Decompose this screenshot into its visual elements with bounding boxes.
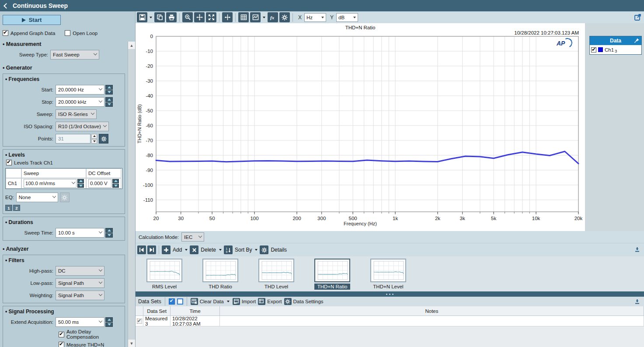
thumbnail-thd-level[interactable]: THD Level — [258, 259, 295, 291]
high-pass-select[interactable]: DC — [56, 266, 104, 276]
sweep-time-stepper[interactable] — [105, 228, 113, 238]
points-stepper[interactable] — [91, 134, 97, 144]
add-result-button[interactable] — [162, 245, 171, 254]
stop-freq-label: Stop: — [5, 99, 53, 105]
stop-freq-input[interactable]: 20.0000 kHz — [56, 97, 104, 107]
start-button[interactable]: Start — [3, 15, 61, 25]
iso-spacing-select[interactable]: R10 (1/3rd Octave) — [56, 122, 109, 131]
delete-result-label[interactable]: Delete — [201, 247, 216, 253]
copy-graph-button[interactable] — [154, 12, 165, 22]
open-loop-checkbox[interactable] — [65, 30, 70, 36]
sweep-time-input[interactable]: 10.00 s — [56, 228, 104, 238]
extend-acquisition-input[interactable]: 50.00 ms — [56, 317, 104, 327]
points-settings-button[interactable] — [99, 134, 108, 144]
stop-freq-stepper[interactable] — [105, 97, 113, 107]
calculation-mode-select[interactable]: IEC — [181, 232, 204, 242]
results-toolbar: Add Delete 19 Sort By Details — [136, 243, 644, 256]
add-result-label[interactable]: Add — [173, 247, 182, 253]
low-pass-select[interactable]: Signal Path — [56, 278, 104, 288]
first-result-button[interactable] — [137, 245, 146, 254]
data-grid-button[interactable] — [238, 12, 249, 22]
legend-row-ch1[interactable]: Ch1 3 — [590, 45, 641, 54]
sweep-type-select[interactable]: Fast Sweep — [50, 50, 99, 60]
svg-text:200: 200 — [292, 216, 301, 221]
save-button[interactable] — [137, 12, 147, 22]
graph-style-button[interactable] — [250, 12, 261, 22]
frequencies-group-title: Frequencies — [5, 76, 122, 82]
check-all-datasets-button[interactable] — [169, 298, 175, 305]
save-menu-caret[interactable] — [150, 17, 152, 18]
ch1-visible-checkbox[interactable] — [591, 47, 596, 53]
details-button[interactable] — [260, 245, 268, 254]
graph-style-icon — [252, 14, 259, 21]
pin-icon[interactable] — [634, 38, 640, 45]
thumbnail-thd-ratio[interactable]: THD Ratio — [202, 259, 239, 291]
dock-panel-icon[interactable] — [634, 299, 641, 305]
measure-thdn-checkbox[interactable] — [59, 342, 64, 347]
back-icon[interactable] — [3, 3, 9, 9]
last-result-button[interactable] — [147, 245, 156, 254]
append-graph-data-checkbox[interactable] — [3, 30, 8, 36]
y-axis-unit-select[interactable]: dB — [336, 13, 358, 22]
scroll-down-icon[interactable]: ▼ — [128, 340, 135, 347]
start-freq-input[interactable]: 20.0000 Hz — [56, 85, 104, 95]
extend-acquisition-stepper[interactable] — [105, 317, 113, 327]
chart-panel: THD+N Ratio 10/28/2022 10:27:03.123 AM 0… — [136, 23, 585, 231]
autoscale-button[interactable] — [206, 12, 216, 22]
ch1-dc-offset-input[interactable]: 0.000 V — [88, 179, 111, 188]
eq-select[interactable]: None — [16, 193, 58, 202]
chevron-down-icon — [52, 194, 56, 198]
pan-button[interactable] — [194, 12, 205, 22]
ch1-sweep-level-stepper[interactable] — [77, 179, 84, 188]
open-loop-label: Open Loop — [73, 31, 97, 36]
graph-settings-button[interactable] — [279, 12, 290, 22]
generator-tab-2-button[interactable]: 2 — [13, 205, 20, 211]
chevron-down-icon — [99, 230, 102, 233]
import-button[interactable]: Import — [233, 298, 256, 305]
uncheck-all-datasets-button[interactable] — [177, 298, 183, 305]
sort-by-menu-caret[interactable] — [255, 249, 258, 251]
data-panel-header[interactable]: Data — [590, 36, 641, 45]
graph-area: fx X Hz Y dB THD+N Ratio 10/28/2022 10:2… — [136, 11, 644, 347]
export-button[interactable]: Export — [258, 298, 282, 305]
delete-result-button[interactable] — [190, 245, 198, 254]
dataset-row-checkbox[interactable] — [137, 319, 142, 324]
dataset-notes-cell[interactable] — [220, 316, 644, 326]
ch1-sweep-level-input[interactable]: 100.0 mVrms — [24, 179, 77, 188]
levels-track-ch1-checkbox[interactable] — [6, 160, 12, 165]
graph-style-caret[interactable] — [263, 17, 265, 18]
settings-panel: Start Append Graph Data Open Loop Measur… — [0, 11, 136, 347]
sort-by-label[interactable]: Sort By — [235, 247, 252, 253]
sweep-select[interactable]: ISO R-Series — [56, 109, 97, 119]
generator-tab-1-button[interactable]: 1 — [5, 205, 12, 211]
derived-result-button[interactable]: fx — [268, 12, 278, 22]
thumbnail-rms-level[interactable]: RMS Level — [146, 259, 183, 291]
clear-data-button[interactable]: Clear Data — [191, 298, 224, 305]
dataset-time-cell[interactable]: 10/28/2022 10:27:03 AM — [171, 316, 220, 326]
add-menu-caret[interactable] — [185, 249, 188, 251]
cursors-button[interactable] — [222, 12, 233, 22]
thumbnail-thdn-level[interactable]: THD+N Level — [369, 259, 407, 291]
zoom-button[interactable] — [182, 12, 193, 22]
x-axis-unit-select[interactable]: Hz — [304, 13, 326, 22]
table-row[interactable]: Measured 3 10/28/2022 10:27:03 AM — [136, 316, 644, 326]
sort-by-button[interactable]: 19 — [224, 245, 233, 254]
thumbnail-thdn-ratio[interactable]: THD+N Ratio — [313, 259, 351, 291]
start-freq-stepper[interactable] — [105, 85, 113, 95]
panel-splitter[interactable] — [136, 291, 644, 297]
thdn-ratio-plot[interactable]: 0-10-20-30-40-50-60-70-80-90-100-1102030… — [136, 23, 585, 231]
data-settings-button[interactable]: Data Settings — [284, 298, 324, 305]
open-new-window-button[interactable] — [634, 14, 641, 22]
sidebar-scrollbar[interactable]: ▲ ▼ — [128, 42, 135, 347]
weighting-select[interactable]: Signal Path — [56, 291, 104, 300]
delete-menu-caret[interactable] — [219, 249, 222, 251]
dock-panel-icon[interactable] — [634, 247, 641, 253]
clear-data-menu-caret[interactable] — [227, 301, 230, 302]
details-label[interactable]: Details — [271, 247, 287, 253]
svg-text:300: 300 — [317, 216, 326, 221]
scroll-up-icon[interactable]: ▲ — [128, 42, 135, 49]
ch1-dc-offset-stepper[interactable] — [112, 179, 119, 188]
dataset-name-cell[interactable]: Measured 3 — [143, 316, 171, 326]
print-button[interactable] — [166, 12, 177, 22]
auto-delay-compensation-checkbox[interactable] — [59, 332, 64, 337]
